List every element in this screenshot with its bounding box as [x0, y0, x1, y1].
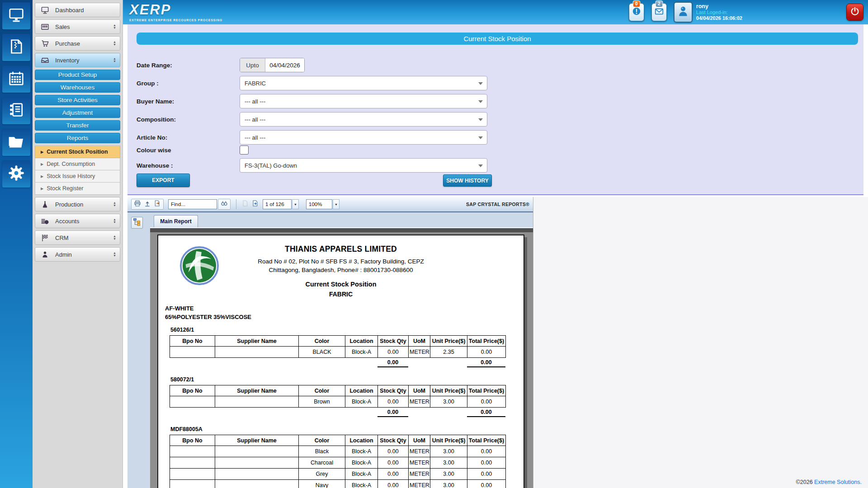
messages-button[interactable]: 2: [651, 3, 667, 22]
dashboard-tile[interactable]: [2, 2, 30, 29]
col-uom: UoM: [409, 336, 430, 347]
logout-button[interactable]: [846, 4, 863, 21]
archive-tile[interactable]: [2, 34, 30, 61]
report-item-label: Dept. Consumption: [47, 161, 95, 167]
folder-icon: [8, 133, 24, 151]
sidebar-item-sales[interactable]: Sales ▲▼: [35, 19, 120, 34]
show-history-button[interactable]: SHOW HISTORY: [443, 174, 492, 187]
alerts-button[interactable]: 0: [628, 3, 645, 22]
report-cell: Block-A: [345, 457, 378, 469]
zoom-level-input[interactable]: [306, 199, 332, 209]
report-cell: BLACK: [299, 347, 345, 358]
col-unit-price: Unit Price($): [430, 435, 467, 446]
group-tree-toggle[interactable]: [131, 217, 143, 229]
col-uom: UoM: [409, 385, 430, 396]
expand-chevrons-icon: ▲▼: [113, 252, 116, 257]
calendar-icon: [8, 70, 24, 88]
next-page-button[interactable]: [250, 200, 260, 209]
tab-main-report[interactable]: Main Report: [154, 215, 198, 227]
find-input[interactable]: [168, 199, 217, 209]
mail-icon: [654, 6, 664, 18]
prev-page-icon: [241, 200, 249, 209]
report-cell: METER: [409, 446, 430, 457]
sidebar-item-label: Admin: [55, 251, 72, 258]
report-page-area[interactable]: THIANIS APPARELS LIMITED Road No # 02, P…: [150, 228, 533, 488]
report-cell: 0.00: [467, 446, 506, 457]
sidebar-item-inventory[interactable]: Inventory ▲▼: [35, 53, 120, 67]
colour-wise-checkbox[interactable]: [240, 145, 249, 155]
export-report-button[interactable]: [152, 200, 162, 209]
settings-tile[interactable]: [2, 160, 30, 188]
col-location: Location: [345, 336, 378, 347]
table-header-row: Bpo No Supplier Name Color Location Stoc…: [170, 385, 506, 396]
print-button[interactable]: [132, 200, 142, 209]
col-supplier-name: Supplier Name: [215, 435, 299, 446]
col-stock-qty: Stock Qty: [378, 336, 409, 347]
table-header-row: Bpo No Supplier Name Color Location Stoc…: [170, 435, 506, 446]
composition-dropdown[interactable]: --- all ---: [240, 112, 487, 127]
report-item-stock-register[interactable]: ▶ Stock Register: [35, 183, 120, 195]
sidebar-item-crm[interactable]: CRM ▲▼: [35, 230, 120, 245]
page-indicator-input[interactable]: [263, 199, 292, 209]
sidebar-item-dashboard[interactable]: Dashboard: [35, 3, 120, 17]
report-section: 560126/1 Bpo No Supplier Name Color Loca…: [158, 327, 524, 367]
zoom-dropdown-button[interactable]: ▼: [333, 199, 340, 209]
viewer-body: Main Report THIANIS APPARELS L: [127, 213, 533, 488]
sidebar-item-production[interactable]: Production ▲▼: [35, 197, 120, 211]
report-section: 580072/1 Bpo No Supplier Name Color Loca…: [158, 376, 524, 417]
journal-tile[interactable]: [2, 97, 30, 124]
menu-reports[interactable]: Reports: [35, 133, 120, 143]
report-item-stock-issue-history[interactable]: ▶ Stock Issue History: [35, 170, 120, 183]
export-button[interactable]: EXPORT: [137, 174, 190, 187]
header-right: 0 2 rony Last Loged-in: 04/04/2026 16:06…: [628, 0, 863, 24]
app-root: Dashboard Sales ▲▼ Purchase ▲▼ Inventory…: [0, 0, 868, 488]
report-item-dept-consumption[interactable]: ▶ Dept. Consumption: [35, 158, 120, 170]
col-bpo-no: Bpo No: [170, 336, 215, 347]
prev-page-button[interactable]: [240, 200, 250, 209]
menu-adjustment[interactable]: Adjustment: [35, 108, 120, 118]
zip-document-icon: [8, 38, 24, 56]
table-header-row: Bpo No Supplier Name Color Location Stoc…: [170, 336, 506, 347]
menu-transfer[interactable]: Transfer: [35, 120, 120, 131]
report-cell: METER: [409, 457, 430, 469]
find-button[interactable]: [219, 200, 229, 209]
buyer-dropdown[interactable]: --- all ---: [240, 94, 487, 108]
sidebar-item-accounts[interactable]: $ Accounts ▲▼: [35, 214, 120, 228]
message-count-badge: 2: [655, 0, 663, 7]
report-item-current-stock-position[interactable]: ▶ Current Stock Position: [35, 146, 120, 158]
sidebar-item-label: Production: [55, 201, 83, 208]
files-tile[interactable]: [2, 129, 30, 156]
menu-store-activities[interactable]: Store Activities: [35, 95, 120, 105]
warehouse-dropdown[interactable]: FS-3(TAL) Go-down: [240, 158, 487, 173]
menu-warehouses[interactable]: Warehouses: [35, 82, 120, 93]
article-number: 560126/1: [170, 327, 524, 333]
date-input[interactable]: 04/04/2026: [265, 58, 304, 72]
calendar-tile[interactable]: [2, 66, 30, 93]
expand-chevrons-icon: ▲▼: [113, 24, 116, 29]
monitor-icon: [8, 7, 24, 25]
alert-count-badge: 0: [632, 0, 640, 7]
extreme-solutions-link[interactable]: Extreme Solutions.: [814, 479, 862, 485]
xerp-logo[interactable]: XERP EXTREME ENTERPRISE RECOURCES PROCES…: [129, 2, 222, 22]
total-stock-qty: 0.00: [377, 409, 408, 417]
menu-product-setup[interactable]: Product Setup: [35, 70, 120, 80]
col-bpo-no: Bpo No: [170, 435, 215, 446]
page-dropdown-button[interactable]: ▼: [292, 199, 299, 209]
report-row: CharcoalBlock-A0.00METER3.000.00: [170, 457, 506, 469]
power-icon: [850, 6, 860, 18]
report-row: BrownBlock-A0.00METER3.000.00: [170, 396, 506, 408]
composition-label: Composition:: [137, 116, 240, 123]
checkered-flag-icon: [40, 233, 50, 242]
user-avatar[interactable]: [674, 2, 693, 23]
page-title: Current Stock Position: [137, 33, 858, 45]
article-dropdown[interactable]: --- all ---: [240, 130, 487, 145]
upto-segment[interactable]: Upto: [240, 58, 265, 72]
copyright-footer: ©2026 Extreme Solutions.: [796, 479, 862, 485]
group-dropdown[interactable]: FABRIC: [240, 76, 487, 90]
report-cell: 0.00: [467, 480, 506, 488]
export-up-button[interactable]: [142, 200, 152, 209]
sidebar-item-purchase[interactable]: Purchase ▲▼: [35, 36, 120, 51]
expand-chevrons-icon: ▲▼: [113, 57, 116, 63]
sidebar-item-admin[interactable]: Admin ▲▼: [35, 247, 120, 262]
report-row: NavyBlock-A0.00METER3.000.00: [170, 480, 506, 488]
